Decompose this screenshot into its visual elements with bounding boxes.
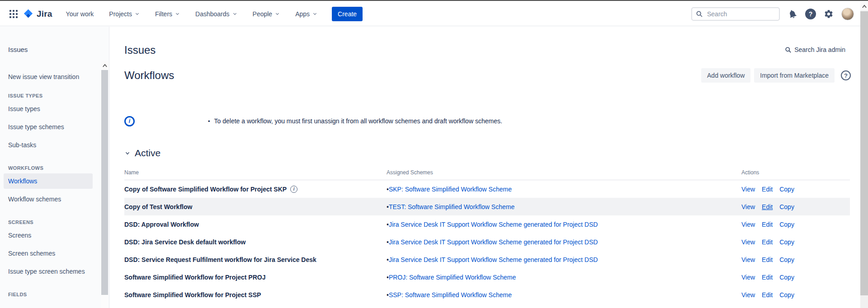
sidebar-scrollbar[interactable] <box>101 61 108 308</box>
edit-link[interactable]: Edit <box>762 291 773 299</box>
sidebar-scrollbar-up-arrow-icon[interactable] <box>101 61 108 70</box>
column-header-assigned-schemes: Assigned Schemes <box>387 169 741 176</box>
active-section-title: Active <box>135 148 160 159</box>
table-header-row: Name Assigned Schemes Actions <box>124 169 850 180</box>
view-link[interactable]: View <box>741 238 755 246</box>
sidebar-item-sub-tasks[interactable]: Sub-tasks <box>4 137 93 153</box>
window-scrollbar-thumb[interactable] <box>860 11 868 295</box>
workflow-name: DSD: Approval Workflow <box>124 221 199 228</box>
import-from-marketplace-button[interactable]: Import from Marketplace <box>754 68 835 83</box>
table-row: DSD: Jira Service Desk default workflow … <box>124 233 850 251</box>
chevron-down-icon <box>232 11 237 16</box>
user-avatar[interactable] <box>841 8 854 20</box>
column-header-actions: Actions <box>741 169 850 176</box>
assigned-scheme-link[interactable]: Jira Service Desk IT Support Workflow Sc… <box>389 256 598 263</box>
nav-item-dashboards[interactable]: Dashboards <box>195 10 237 18</box>
copy-link[interactable]: Copy <box>779 186 794 193</box>
edit-link[interactable]: Edit <box>762 256 773 263</box>
sidebar-item-workflows[interactable]: Workflows <box>4 173 93 189</box>
nav-item-people[interactable]: People <box>253 10 280 18</box>
breadcrumb-title: Issues <box>124 44 156 56</box>
table-row: Software Simplified Workflow for Project… <box>124 268 850 286</box>
workflow-name: DSD: Service Request Fulfilment workflow… <box>124 256 316 263</box>
page-title: Workflows <box>124 69 174 82</box>
help-icon[interactable]: ? <box>841 70 851 80</box>
view-link[interactable]: View <box>741 186 755 193</box>
assigned-scheme-link[interactable]: PROJ: Software Simplified Workflow Schem… <box>389 274 516 281</box>
nav-item-projects[interactable]: Projects <box>109 10 140 18</box>
info-icon[interactable]: i <box>290 186 297 193</box>
admin-sidebar: Issues New issue view transition ISSUE T… <box>0 27 109 308</box>
edit-link[interactable]: Edit <box>762 221 773 228</box>
global-search[interactable] <box>691 7 780 21</box>
add-workflow-button[interactable]: Add workflow <box>701 68 750 83</box>
sidebar-item-screen-schemes[interactable]: Screen schemes <box>4 246 93 261</box>
jira-logo-text: Jira <box>37 9 52 19</box>
chevron-down-icon <box>175 11 180 16</box>
sidebar-item-screens[interactable]: Screens <box>4 228 93 243</box>
assigned-scheme-link[interactable]: Jira Service Desk IT Support Workflow Sc… <box>389 221 598 228</box>
jira-logo-icon <box>23 8 34 19</box>
assigned-scheme-link[interactable]: Jira Service Desk IT Support Workflow Sc… <box>389 238 598 246</box>
sidebar-item-issue-type-schemes[interactable]: Issue type schemes <box>4 119 93 135</box>
chevron-down-icon <box>275 11 280 16</box>
search-icon <box>696 10 703 18</box>
sidebar-item-new-issue-view-transition[interactable]: New issue view transition <box>8 73 109 80</box>
copy-link[interactable]: Copy <box>779 256 794 263</box>
sidebar-section-screens: SCREENS <box>8 219 109 225</box>
app-switcher-icon[interactable] <box>6 7 21 21</box>
nav-item-apps[interactable]: Apps <box>295 10 317 18</box>
table-row: Copy of Software Simplified Workflow for… <box>124 180 850 198</box>
copy-link[interactable]: Copy <box>779 203 794 210</box>
active-section-header[interactable]: Active <box>124 148 860 159</box>
sidebar-item-issue-type-screen-schemes[interactable]: Issue type screen schemes <box>4 264 93 279</box>
assigned-scheme-link[interactable]: SSP: Software Simplified Workflow Scheme <box>389 291 512 299</box>
top-navigation-bar: Jira Your work Projects Filters Dashboar… <box>0 2 868 26</box>
column-header-name: Name <box>124 169 387 176</box>
jira-logo[interactable]: Jira <box>23 8 52 19</box>
create-button[interactable]: Create <box>332 7 363 21</box>
sidebar-item-issue-types[interactable]: Issue types <box>4 101 93 117</box>
topbar-right-cluster: ? <box>691 2 854 26</box>
copy-link[interactable]: Copy <box>779 291 794 299</box>
edit-link[interactable]: Edit <box>762 203 773 210</box>
view-link[interactable]: View <box>741 274 755 281</box>
nav-item-your-work[interactable]: Your work <box>66 10 94 18</box>
assigned-scheme-link[interactable]: TEST: Software Simplified Workflow Schem… <box>389 203 514 210</box>
view-link[interactable]: View <box>741 256 755 263</box>
help-icon[interactable]: ? <box>805 9 816 19</box>
copy-link[interactable]: Copy <box>779 274 794 281</box>
primary-nav-menu: Your work Projects Filters Dashboards Pe… <box>66 10 317 18</box>
view-link[interactable]: View <box>741 203 755 210</box>
notifications-bell-icon[interactable] <box>788 9 797 19</box>
sidebar-title: Issues <box>8 46 109 53</box>
edit-link[interactable]: Edit <box>762 238 773 246</box>
sidebar-section-fields: FIELDS <box>8 292 109 297</box>
title-actions: Add workflow Import from Marketplace ? <box>701 68 851 83</box>
view-link[interactable]: View <box>741 291 755 299</box>
main-content: Issues Search Jira admin Workflows Add w… <box>110 27 860 308</box>
edit-link[interactable]: Edit <box>762 186 773 193</box>
search-input[interactable] <box>706 10 772 18</box>
workflow-name: Software Simplified Workflow for Project… <box>124 274 265 281</box>
sidebar-scrollbar-thumb[interactable] <box>101 70 108 295</box>
chevron-down-icon <box>312 11 317 16</box>
workflow-name: Software Simplified Workflow for Project… <box>124 291 261 299</box>
table-row-highlighted: Copy of Test Workflow •TEST: Software Si… <box>124 198 850 215</box>
window-scrollbar[interactable] <box>860 2 868 308</box>
workflow-name: Copy of Test Workflow <box>124 203 192 210</box>
sidebar-item-workflow-schemes[interactable]: Workflow schemes <box>4 191 93 207</box>
info-message: •To delete a workflow, you must first un… <box>208 117 502 125</box>
copy-link[interactable]: Copy <box>779 221 794 228</box>
search-jira-admin-link[interactable]: Search Jira admin <box>785 46 845 53</box>
view-link[interactable]: View <box>741 221 755 228</box>
settings-gear-icon[interactable] <box>824 9 834 19</box>
scrollbar-up-arrow-icon[interactable] <box>860 2 868 10</box>
copy-link[interactable]: Copy <box>779 238 794 246</box>
info-icon: i <box>124 116 135 126</box>
edit-link[interactable]: Edit <box>762 274 773 281</box>
nav-item-filters[interactable]: Filters <box>155 10 180 18</box>
table-row: DSD: Approval Workflow •Jira Service Des… <box>124 215 850 233</box>
assigned-scheme-link[interactable]: SKP: Software Simplified Workflow Scheme <box>389 186 512 193</box>
workflow-name: DSD: Jira Service Desk default workflow <box>124 238 245 246</box>
